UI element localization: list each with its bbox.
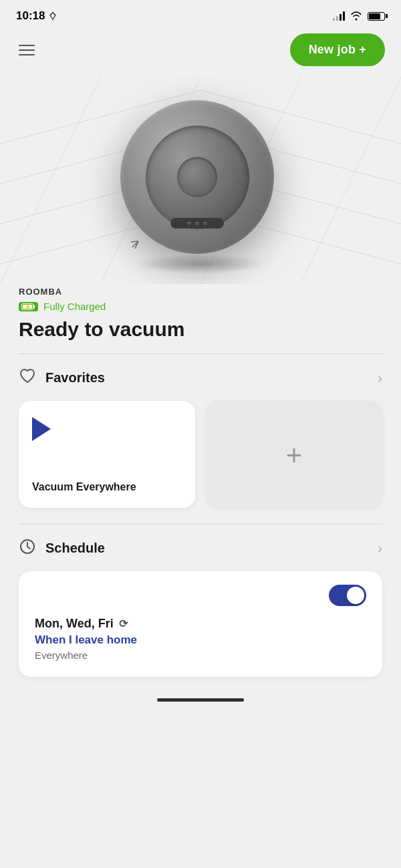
robot-display	[0, 77, 401, 284]
roomba-robot	[120, 100, 281, 261]
battery-badge: ⚡	[19, 302, 38, 311]
favorites-title: Favorites	[45, 370, 105, 386]
signal-icon	[333, 11, 345, 21]
menu-button[interactable]	[16, 42, 37, 58]
side-brush	[131, 234, 146, 249]
status-icons	[333, 11, 385, 21]
svg-line-11	[301, 77, 401, 284]
add-favorite-card[interactable]: +	[206, 401, 382, 508]
home-indicator	[0, 690, 401, 707]
time-display: 10:18	[16, 9, 45, 23]
schedule-row[interactable]: Schedule ›	[0, 525, 401, 571]
ready-status: Ready to vacuum	[19, 317, 382, 341]
repeat-icon: ⟳	[119, 617, 128, 630]
status-time: 10:18	[16, 9, 57, 23]
battery-status-row: ⚡ Fully Charged	[19, 301, 382, 312]
favorites-chevron: ›	[378, 370, 382, 386]
schedule-row-left: Schedule	[19, 538, 105, 558]
schedule-card[interactable]: Mon, Wed, Fri ⟳ When I leave home Everyw…	[19, 571, 382, 677]
favorites-row[interactable]: Favorites ›	[0, 354, 401, 401]
clock-icon	[19, 538, 36, 558]
top-nav: New job +	[0, 28, 401, 77]
device-name: ROOMBA	[19, 287, 382, 297]
vacuum-everywhere-card[interactable]: Vacuum Everywhere	[19, 401, 195, 508]
schedule-chevron: ›	[378, 541, 382, 556]
heart-icon	[19, 368, 36, 388]
battery-icon	[368, 12, 385, 21]
robot-status-section: ROOMBA ⚡ Fully Charged Ready to vacuum	[0, 284, 401, 353]
schedule-title: Schedule	[45, 541, 105, 556]
schedule-area: Everywhere	[35, 649, 366, 661]
wifi-icon	[350, 11, 362, 21]
home-bar	[157, 698, 244, 702]
toggle-row	[35, 585, 366, 606]
battery-label: Fully Charged	[43, 301, 106, 312]
play-icon	[32, 417, 51, 441]
toggle-knob	[347, 587, 364, 604]
favorites-cards: Vacuum Everywhere +	[0, 401, 401, 524]
status-bar: 10:18	[0, 0, 401, 28]
location-icon	[49, 11, 57, 21]
add-icon: +	[219, 417, 369, 494]
favorites-row-left: Favorites	[19, 368, 105, 388]
battery-badge-icon: ⚡	[21, 303, 33, 310]
svg-line-8	[0, 77, 100, 284]
schedule-days: Mon, Wed, Fri ⟳	[35, 617, 366, 631]
schedule-time: When I leave home	[35, 633, 366, 647]
vacuum-everywhere-label: Vacuum Everywhere	[32, 480, 182, 494]
schedule-toggle[interactable]	[329, 585, 366, 606]
svg-line-13	[131, 241, 138, 242]
new-job-button[interactable]: New job +	[290, 33, 385, 66]
